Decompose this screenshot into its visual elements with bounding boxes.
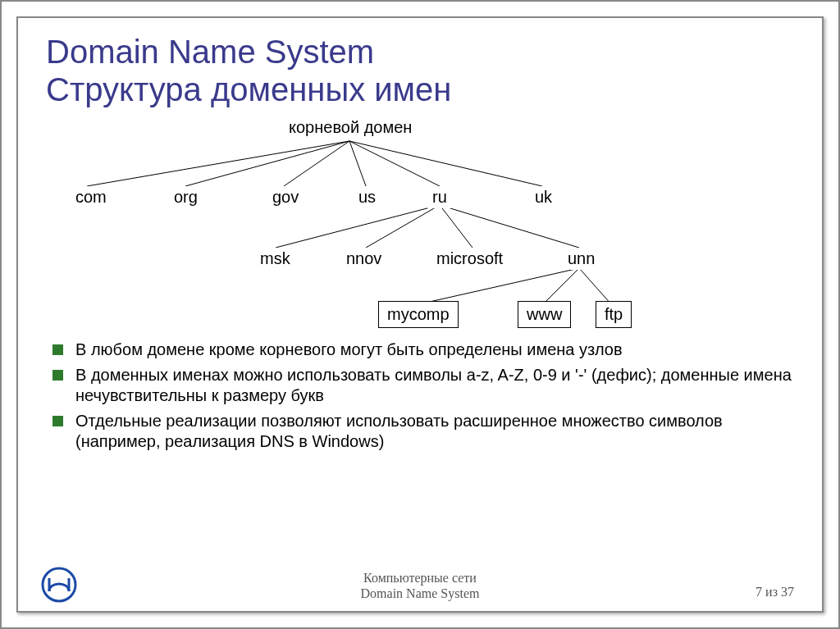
footer-line-2: Domain Name System (361, 586, 480, 601)
svg-line-9 (440, 205, 579, 248)
svg-line-12 (579, 268, 612, 305)
bullet-item: В доменных именах можно использовать сим… (52, 365, 794, 406)
tree-node-microsoft: microsoft (431, 248, 508, 270)
tree-root: корневой домен (284, 116, 417, 139)
bullet-list: В любом домене кроме корневого могут быт… (46, 340, 794, 452)
tree-node-gov: gov (267, 186, 304, 208)
tree-node-uk: uk (530, 186, 557, 208)
tree-connectors (54, 116, 645, 330)
tree-node-unn: unn (563, 248, 600, 270)
svg-line-8 (440, 205, 472, 248)
svg-line-2 (284, 141, 349, 186)
tree-node-mycomp: mycomp (378, 301, 459, 328)
svg-line-11 (542, 268, 579, 305)
svg-line-5 (349, 141, 542, 186)
tree-node-www: www (518, 301, 571, 328)
tree-node-com: com (71, 186, 112, 208)
tree-node-ftp: ftp (596, 301, 632, 328)
tree-node-msk: msk (255, 248, 295, 270)
svg-line-1 (185, 141, 349, 186)
svg-line-7 (366, 205, 440, 248)
footer-line-1: Компьютерные сети (361, 570, 480, 586)
page-number: 7 из 37 (756, 585, 794, 599)
title-line-1: Domain Name System (46, 34, 374, 70)
footer: Компьютерные сети Domain Name System (18, 570, 822, 601)
svg-line-0 (87, 141, 349, 186)
tree-node-nnov: nnov (341, 248, 386, 270)
svg-line-6 (276, 205, 440, 248)
footer-text: Компьютерные сети Domain Name System (361, 570, 480, 601)
svg-line-10 (415, 268, 579, 305)
title-line-2: Структура доменных имен (46, 71, 451, 107)
tree-node-org: org (169, 186, 203, 208)
tree-node-us: us (354, 186, 381, 208)
slide-title: Domain Name System Структура доменных им… (46, 33, 794, 108)
bullet-item: Отдельные реализации позволяют использов… (52, 411, 794, 452)
dns-tree-diagram: корневой домен com org gov us ru uk msk … (54, 116, 645, 330)
tree-node-ru: ru (427, 186, 452, 208)
slide: Domain Name System Структура доменных им… (16, 16, 824, 613)
bullet-item: В любом домене кроме корневого могут быт… (52, 340, 794, 360)
